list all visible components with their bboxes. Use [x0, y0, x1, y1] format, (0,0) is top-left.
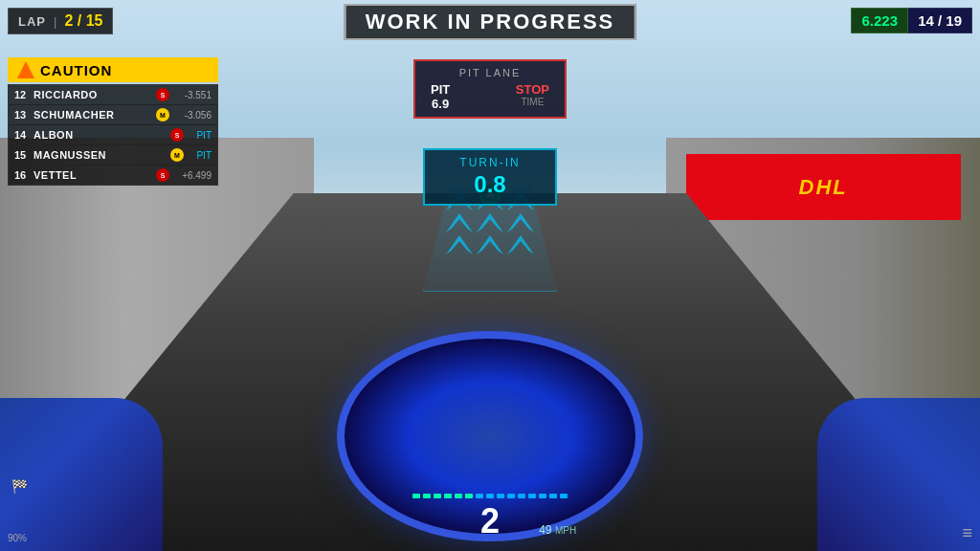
time-display: 6.223 — [851, 8, 908, 33]
rpm-dot — [444, 494, 452, 498]
tyre-badge: S — [156, 88, 169, 101]
rpm-dot — [528, 494, 536, 498]
rpm-dot — [518, 494, 525, 498]
lb-position: 14 — [14, 129, 30, 141]
lb-pit: PIT — [188, 150, 212, 161]
turnin-panel: TURN-IN 0.8 — [423, 148, 557, 206]
rpm-dot — [486, 494, 494, 498]
ar-arrow — [477, 235, 503, 254]
ar-arrow — [507, 213, 534, 232]
rpm-dot — [497, 494, 504, 498]
gear-display: 2 — [480, 501, 500, 541]
position-counter: 14 / 19 — [907, 8, 972, 33]
checkered-flag-icon: 🏁 — [11, 478, 28, 494]
lap-counter: LAP | 2 / 15 — [8, 8, 113, 34]
lb-driver-name: MAGNUSSEN — [33, 149, 167, 161]
lb-position: 13 — [14, 109, 30, 121]
rpm-dot — [476, 494, 483, 498]
rpm-dot — [423, 494, 431, 498]
time-label: TIME — [516, 97, 549, 107]
lb-position: 16 — [14, 169, 30, 181]
rpm-dot — [412, 494, 420, 498]
tyre-badge: S — [170, 128, 184, 142]
lb-driver-name: SCHUMACHER — [33, 109, 152, 121]
caution-banner: CAUTION — [8, 57, 218, 82]
lb-gap: -3.551 — [173, 90, 212, 100]
turnin-value: 0.8 — [444, 171, 536, 198]
fuel-display: 90% — [8, 533, 27, 543]
lb-gap: +6.499 — [173, 170, 212, 181]
pit-lane-panel: PIT LANE PIT 6.9 STOP TIME — [413, 59, 567, 119]
lb-position: 15 — [14, 149, 30, 161]
turnin-title: TURN-IN — [444, 156, 536, 169]
pit-col-right: STOP TIME — [516, 82, 549, 111]
lb-gap: -3.056 — [173, 110, 212, 121]
caution-icon — [17, 61, 34, 78]
menu-icon[interactable]: ≡ — [962, 523, 972, 543]
speed-display: 49 MPH — [539, 523, 576, 537]
lb-driver-name: RICCIARDO — [33, 89, 152, 100]
rpm-bar — [412, 494, 568, 498]
pit-col-left: PIT 6.9 — [431, 82, 450, 111]
rpm-dot — [434, 494, 441, 498]
ar-arrow — [446, 235, 473, 254]
caution-label: CAUTION — [40, 62, 112, 78]
tyre-badge: S — [156, 168, 169, 182]
ar-arrow — [446, 213, 473, 232]
ar-arrow-row-3 — [446, 235, 534, 254]
rpm-dot — [549, 494, 557, 498]
lap-value: 2 / 15 — [64, 12, 102, 30]
rpm-dot — [507, 494, 515, 498]
car-body-left — [0, 398, 163, 551]
rpm-dot — [539, 494, 546, 498]
car-body-right — [817, 398, 980, 551]
stop-label: STOP — [516, 82, 549, 97]
rpm-dot — [455, 494, 462, 498]
dhl-banner: DHL — [686, 154, 961, 220]
ar-arrow — [507, 235, 534, 254]
table-row: 13 SCHUMACHER M -3.056 — [9, 105, 217, 125]
table-row: 15 MAGNUSSEN M PIT — [9, 145, 217, 165]
rpm-dot — [560, 494, 568, 498]
tyre-badge: M — [156, 108, 169, 121]
wip-banner: WORK IN PROGRESS — [345, 4, 636, 40]
lap-label: LAP — [18, 14, 46, 29]
table-row: 14 ALBON S PIT — [9, 125, 217, 145]
tyre-badge: M — [170, 148, 184, 162]
pit-value: 6.9 — [431, 97, 450, 111]
leaderboard: 12 RICCIARDO S -3.551 13 SCHUMACHER M -3… — [8, 84, 218, 186]
table-row: 12 RICCIARDO S -3.551 — [9, 85, 217, 105]
speed-unit: MPH — [555, 525, 576, 536]
lap-divider: | — [54, 14, 56, 29]
ar-arrow-row-2 — [446, 213, 534, 232]
pit-panel-title: PIT LANE — [431, 67, 549, 78]
speed-value: 49 — [539, 523, 551, 537]
lb-pit: PIT — [188, 130, 212, 141]
pit-panel-row: PIT 6.9 STOP TIME — [431, 82, 549, 111]
table-row: 16 VETTEL S +6.499 — [9, 165, 217, 185]
lb-driver-name: VETTEL — [33, 169, 152, 181]
lb-position: 12 — [14, 89, 30, 100]
rpm-dot — [465, 494, 473, 498]
left-panel: CAUTION 12 RICCIARDO S -3.551 13 SCHUMAC… — [8, 57, 218, 186]
pit-label: PIT — [431, 82, 450, 97]
lb-driver-name: ALBON — [33, 129, 167, 141]
ar-arrow — [477, 213, 503, 232]
